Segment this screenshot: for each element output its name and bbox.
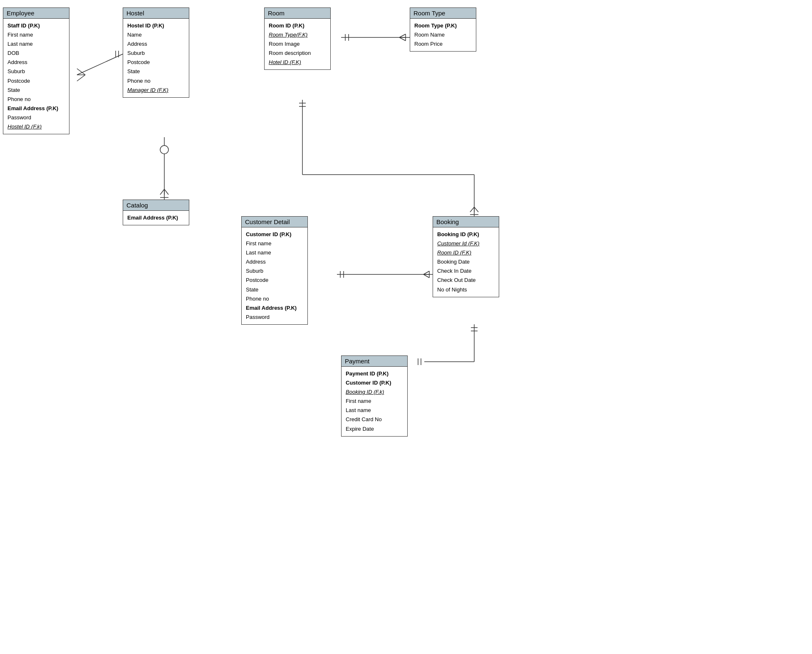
svg-line-31	[423, 271, 429, 274]
field-booking-3: Booking Date	[437, 257, 495, 267]
entity-body-catalog: Email Address (P.K)	[123, 211, 189, 225]
field-hostel-1: Name	[127, 30, 185, 39]
field-customerdetail-3: Address	[246, 257, 303, 267]
entity-hostel: HostelHostel ID (P.K)NameAddressSuburbPo…	[123, 7, 189, 98]
field-booking-5: Check Out Date	[437, 276, 495, 285]
field-customerdetail-2: Last name	[246, 248, 303, 257]
field-employee-2: Last name	[7, 39, 65, 49]
field-employee-9: Email Address (P.K)	[7, 104, 65, 113]
field-employee-4: Address	[7, 58, 65, 67]
field-employee-5: Suburb	[7, 67, 65, 76]
field-payment-0: Payment ID (P.K)	[346, 369, 403, 378]
field-roomtype-2: Room Price	[414, 39, 472, 49]
entity-catalog: CatalogEmail Address (P.K)	[123, 200, 189, 225]
field-hostel-3: Suburb	[127, 49, 185, 58]
field-payment-1: Customer ID (P.K)	[346, 378, 403, 387]
field-employee-11: Hostel ID (F.k)	[7, 122, 65, 131]
field-customerdetail-1: First name	[246, 239, 303, 248]
field-room-1: Room Type(F.K)	[269, 30, 326, 39]
entity-customerdetail: Customer DetailCustomer ID (P.K)First na…	[241, 216, 308, 325]
entity-payment: PaymentPayment ID (P.K)Customer ID (P.K)…	[341, 355, 408, 437]
field-customerdetail-5: Postcode	[246, 276, 303, 285]
field-hostel-4: Postcode	[127, 58, 185, 67]
field-customerdetail-4: Suburb	[246, 267, 303, 276]
svg-line-32	[423, 274, 429, 278]
entity-header-roomtype: Room Type	[410, 8, 476, 19]
svg-line-3	[77, 69, 85, 75]
field-room-4: Hotel ID (F.K)	[269, 58, 326, 67]
entity-booking: BookingBooking ID (P.K)Customer Id (F.K)…	[433, 216, 499, 297]
field-hostel-2: Address	[127, 39, 185, 49]
field-customerdetail-0: Customer ID (P.K)	[246, 230, 303, 239]
field-customerdetail-6: State	[246, 285, 303, 294]
entity-employee: EmployeeStaff ID (P.K)First nameLast nam…	[3, 7, 69, 134]
svg-point-7	[160, 146, 168, 154]
field-roomtype-0: Room Type (P.K)	[414, 21, 472, 30]
svg-line-16	[399, 37, 406, 41]
svg-line-4	[77, 75, 85, 81]
entity-header-employee: Employee	[3, 8, 69, 19]
field-employee-8: Phone no	[7, 95, 65, 104]
field-booking-1: Customer Id (F.K)	[437, 239, 495, 248]
svg-line-0	[77, 54, 123, 75]
field-employee-7: State	[7, 86, 65, 95]
field-room-2: Room Image	[269, 39, 326, 49]
entity-body-employee: Staff ID (P.K)First nameLast nameDOBAddr…	[3, 19, 69, 134]
field-hostel-6: Phone no	[127, 77, 185, 86]
entity-header-payment: Payment	[342, 356, 407, 367]
entity-body-roomtype: Room Type (P.K)Room NameRoom Price	[410, 19, 476, 51]
field-payment-6: Expire Date	[346, 424, 403, 434]
field-customerdetail-7: Phone no	[246, 294, 303, 304]
field-hostel-7: Manager ID (F.K)	[127, 86, 185, 95]
svg-line-24	[470, 207, 474, 212]
field-hostel-0: Hostel ID (P.K)	[127, 21, 185, 30]
entity-body-hostel: Hostel ID (P.K)NameAddressSuburbPostcode…	[123, 19, 189, 97]
field-booking-6: No of Nights	[437, 285, 495, 294]
field-payment-3: First name	[346, 397, 403, 406]
field-employee-0: Staff ID (P.K)	[7, 21, 65, 30]
entity-header-room: Room	[265, 8, 330, 19]
entity-header-customerdetail: Customer Detail	[242, 217, 307, 227]
entity-body-room: Room ID (P.K)Room Type(F.K)Room ImageRoo…	[265, 19, 330, 69]
svg-line-8	[160, 189, 164, 195]
entity-body-booking: Booking ID (P.K)Customer Id (F.K)Room ID…	[433, 227, 499, 297]
entity-header-catalog: Catalog	[123, 200, 189, 211]
svg-line-15	[399, 34, 406, 37]
field-employee-1: First name	[7, 30, 65, 39]
entity-header-booking: Booking	[433, 217, 499, 227]
field-payment-2: Booking ID (F.k)	[346, 387, 403, 397]
entity-roomtype: Room TypeRoom Type (P.K)Room NameRoom Pr…	[410, 7, 476, 52]
entity-body-customerdetail: Customer ID (P.K)First nameLast nameAddr…	[242, 227, 307, 324]
field-customerdetail-8: Email Address (P.K)	[246, 304, 303, 313]
entity-room: RoomRoom ID (P.K)Room Type(F.K)Room Imag…	[264, 7, 331, 70]
field-employee-10: Password	[7, 113, 65, 122]
field-booking-2: Room ID (F.K)	[437, 248, 495, 257]
field-roomtype-1: Room Name	[414, 30, 472, 39]
field-booking-4: Check In Date	[437, 267, 495, 276]
svg-line-25	[474, 207, 478, 212]
entity-body-payment: Payment ID (P.K)Customer ID (P.K)Booking…	[342, 367, 407, 436]
field-payment-5: Credit Card No	[346, 415, 403, 424]
svg-line-9	[164, 189, 168, 195]
er-diagram-connections	[0, 0, 812, 654]
field-employee-3: DOB	[7, 49, 65, 58]
field-employee-6: Postcode	[7, 77, 65, 86]
entity-header-hostel: Hostel	[123, 8, 189, 19]
field-room-0: Room ID (P.K)	[269, 21, 326, 30]
field-hostel-5: State	[127, 67, 185, 76]
field-customerdetail-9: Password	[246, 313, 303, 322]
field-room-3: Room description	[269, 49, 326, 58]
field-payment-4: Last name	[346, 406, 403, 415]
field-booking-0: Booking ID (P.K)	[437, 230, 495, 239]
field-catalog-0: Email Address (P.K)	[127, 213, 185, 222]
